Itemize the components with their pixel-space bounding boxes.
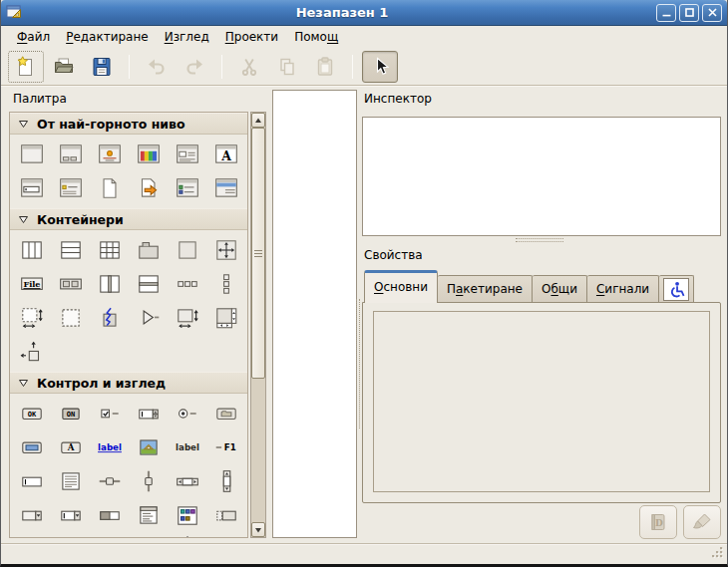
palette-item-viewport[interactable]	[51, 301, 90, 335]
palette-item-input-dialog[interactable]	[12, 171, 51, 205]
palette-item-table[interactable]	[90, 233, 129, 267]
scroll-up-button[interactable]	[251, 113, 265, 128]
palette-item-fixed[interactable]	[206, 233, 245, 267]
palette-item-cell-view[interactable]	[206, 498, 245, 532]
file-chooser-dialog-icon	[175, 142, 200, 167]
close-button[interactable]	[702, 4, 722, 22]
palette-item-file-chooser-button[interactable]	[206, 397, 245, 430]
palette-item-link-button[interactable]: label	[90, 430, 129, 464]
palette-item-vscrollbar[interactable]	[206, 464, 245, 498]
maximize-button[interactable]	[679, 4, 699, 22]
palette-item-color-button[interactable]	[12, 430, 51, 464]
palette-item-radio-button[interactable]	[168, 397, 206, 430]
inspector-view[interactable]	[362, 117, 721, 236]
palette-item-menubar[interactable]: File	[12, 267, 51, 301]
palette-section-header-1[interactable]: Контейнери	[10, 208, 247, 230]
save-button[interactable]	[84, 51, 120, 83]
palette-section-header-2[interactable]: Контрол и изглед	[10, 372, 247, 394]
tab-general[interactable]: Основни	[364, 270, 438, 303]
palette-item-toolbar[interactable]	[51, 267, 90, 301]
palette-item-hpaned[interactable]	[90, 267, 129, 301]
scrollbar-thumb[interactable]	[251, 128, 265, 379]
menu-view[interactable]: Изглед	[157, 28, 217, 46]
open-button[interactable]	[46, 51, 82, 83]
palette-item-hbuttonbox[interactable]	[168, 267, 206, 301]
palette-item-label[interactable]: label	[168, 430, 206, 464]
new-button[interactable]	[8, 51, 44, 83]
palette-item-spin-button[interactable]	[129, 397, 168, 430]
palette-item-file-chooser-dialog[interactable]	[168, 138, 206, 171]
project-widget-list[interactable]	[272, 90, 357, 538]
palette-item-toggle-button[interactable]: ON	[51, 397, 90, 430]
titlebar[interactable]: Незапазен 1	[1, 0, 727, 26]
palette-item-check-button[interactable]	[90, 397, 129, 430]
selector-button[interactable]	[362, 51, 398, 83]
tab-signals[interactable]: Сигнали	[587, 275, 659, 303]
palette-item-vbox[interactable]	[51, 233, 90, 267]
menu-help[interactable]: Помощ	[286, 28, 346, 46]
palette-item-expander[interactable]	[129, 301, 168, 335]
palette-scrollbar[interactable]	[250, 112, 266, 538]
palette-item-assistant[interactable]	[129, 171, 168, 205]
documentation-button[interactable]: D	[639, 505, 677, 539]
tab-accessibility[interactable]	[659, 275, 694, 303]
undo-button[interactable]	[139, 51, 175, 83]
palette-item-vpaned[interactable]	[129, 267, 168, 301]
palette-item-recent-chooser-dialog[interactable]	[168, 171, 206, 205]
edit-widget-button[interactable]	[683, 505, 721, 539]
palette-item-image[interactable]	[129, 430, 168, 464]
properties-tabs: ОсновниПакетиранеОбщиСигнали	[364, 270, 694, 303]
cut-button[interactable]	[231, 51, 267, 83]
pane-resize-handle-horizontal[interactable]	[516, 238, 563, 242]
palette-item-text-view[interactable]	[51, 464, 90, 498]
palette-item-accel-label[interactable]: F1	[206, 430, 245, 464]
palette-item-message-dialog[interactable]	[90, 138, 129, 171]
palette-item-entry[interactable]	[12, 464, 51, 498]
palette-item-vseparator[interactable]	[168, 532, 206, 538]
palette-item-hscrollbar[interactable]	[168, 464, 206, 498]
palette-item-progress-bar[interactable]	[90, 498, 129, 532]
window-controls	[656, 4, 722, 22]
minimize-button[interactable]	[656, 4, 676, 22]
redo-button[interactable]	[177, 51, 212, 83]
palette-item-combo-box-entry[interactable]	[51, 498, 90, 532]
palette-item-combo-box[interactable]	[12, 498, 51, 532]
tab-packing[interactable]: Пакетиране	[438, 275, 533, 303]
palette-item-handlebox[interactable]	[90, 301, 129, 335]
paste-button[interactable]	[307, 51, 343, 83]
palette-item-notebook[interactable]	[129, 233, 168, 267]
menu-projects[interactable]: Проекти	[217, 28, 286, 46]
palette-item-about-dialog[interactable]	[51, 171, 90, 205]
palette-item-icon-view[interactable]	[168, 498, 206, 532]
palette-item-hseparator[interactable]	[51, 532, 90, 538]
menu-edit[interactable]: Редактиране	[58, 28, 157, 46]
window-resize-grip[interactable]	[709, 544, 724, 562]
palette-item-dialog[interactable]	[51, 138, 90, 171]
palette-item-vscale[interactable]	[129, 464, 168, 498]
copy-button[interactable]	[269, 51, 305, 83]
palette-item-color-selection-dialog[interactable]	[129, 138, 168, 171]
palette-item-scrolledwindow[interactable]	[168, 301, 206, 335]
palette-item-hbox[interactable]	[12, 233, 51, 267]
tab-common[interactable]: Общи	[533, 275, 587, 303]
file-chooser-button-icon	[213, 401, 239, 426]
palette-item-button[interactable]: OK	[12, 397, 51, 430]
palette-item-scrolledwindow-scrollbars[interactable]	[206, 301, 245, 335]
expander-icon	[136, 305, 162, 331]
palette-item-font-selection-dialog[interactable]: A	[206, 138, 245, 171]
palette-item-layout[interactable]	[12, 301, 51, 335]
scroll-down-button[interactable]	[251, 522, 265, 537]
palette-item-font-button[interactable]: A	[51, 430, 90, 464]
menu-file[interactable]: Файл	[9, 28, 58, 46]
palette-item-frame[interactable]	[168, 233, 206, 267]
palette-section-header-0[interactable]: От най-горното ниво	[10, 113, 247, 135]
palette-item-file-chooser-widget[interactable]	[206, 171, 245, 205]
palette-item-page[interactable]	[90, 171, 129, 205]
palette-item-tree-view[interactable]	[129, 498, 168, 532]
palette-item-window[interactable]	[12, 138, 51, 171]
pane-resize-handle-vertical[interactable]	[356, 299, 360, 428]
palette-item-alignment[interactable]	[12, 335, 51, 369]
palette-item-statusbar[interactable]	[90, 532, 129, 538]
palette-item-hscale[interactable]	[90, 464, 129, 498]
palette-item-vbuttonbox[interactable]	[206, 267, 245, 301]
